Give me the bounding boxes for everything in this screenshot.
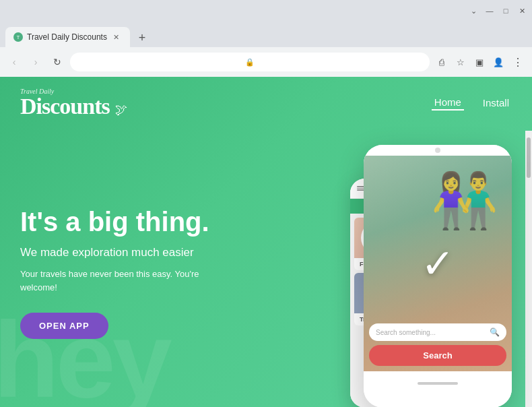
hero-subheading: We made exploration much easier bbox=[20, 246, 256, 259]
title-bar: ⌄ — □ ✕ bbox=[0, 0, 532, 22]
front-camera bbox=[435, 148, 440, 153]
tab-close-btn[interactable]: ✕ bbox=[111, 32, 122, 42]
search-placeholder-text: Search something... bbox=[376, 329, 490, 336]
minimize-btn[interactable]: — bbox=[485, 6, 494, 15]
site-logo: Travel Daily Discounts 🕊 bbox=[20, 88, 127, 118]
search-button[interactable]: Search bbox=[369, 345, 506, 366]
address-input[interactable]: 🔒 bbox=[70, 53, 430, 71]
phone-notch bbox=[364, 145, 512, 156]
hero-heading: It's a big thing. bbox=[20, 207, 256, 237]
share-icon[interactable]: ⎙ bbox=[434, 54, 450, 70]
home-indicator bbox=[418, 382, 458, 385]
phone-search-area: Search something... 🔍 Search bbox=[364, 318, 512, 371]
collapse-btn[interactable]: ⌄ bbox=[469, 6, 478, 15]
browser-window: ⌄ — □ ✕ T Travel Daily Discounts ✕ + ‹ ›… bbox=[0, 0, 532, 77]
refresh-button[interactable]: ↻ bbox=[48, 53, 66, 71]
tab-bar: T Travel Daily Discounts ✕ + bbox=[0, 22, 532, 47]
hero-text-block: It's a big thing. We made exploration mu… bbox=[20, 207, 256, 339]
phone-mockups: ●●● ACTIVE 🍝 Food 🏛 Travel bbox=[256, 138, 512, 407]
website-content: hey Travel Daily Discounts 🕊 Home Instal… bbox=[0, 77, 532, 407]
nav-install-link[interactable]: Install bbox=[480, 96, 512, 110]
browser-menu-button[interactable]: ⋮ bbox=[509, 53, 527, 71]
title-bar-controls: ⌄ — □ ✕ bbox=[469, 6, 527, 15]
tab-favicon: T bbox=[13, 32, 23, 42]
site-navigation: Travel Daily Discounts 🕊 Home Install bbox=[0, 77, 532, 125]
back-button[interactable]: ‹ bbox=[5, 53, 23, 71]
couple-figure-icon: 👫 bbox=[431, 169, 498, 232]
logo-big-text: Discounts bbox=[20, 94, 110, 119]
lock-icon: 🔒 bbox=[245, 58, 255, 67]
address-bar-icons: ⎙ ☆ ▣ 👤 ⋮ bbox=[434, 53, 527, 71]
close-btn[interactable]: ✕ bbox=[517, 6, 527, 15]
nav-home-link[interactable]: Home bbox=[432, 95, 464, 111]
logo-bird-icon: 🕊 bbox=[115, 103, 127, 117]
search-bar: Search something... 🔍 bbox=[369, 323, 506, 341]
bookmark-icon[interactable]: ☆ bbox=[453, 54, 469, 70]
phone-bottom-bar bbox=[364, 371, 512, 398]
address-bar: ‹ › ↻ 🔒 ⎙ ☆ ▣ 👤 ⋮ bbox=[0, 47, 532, 77]
hero-photo: 👫 ✓ Search something... 🔍 Search bbox=[364, 156, 512, 371]
new-tab-button[interactable]: + bbox=[133, 28, 152, 47]
maximize-btn[interactable]: □ bbox=[501, 6, 510, 15]
forward-button[interactable]: › bbox=[27, 53, 44, 71]
tab-label: Travel Daily Discounts bbox=[27, 32, 107, 42]
checkmark-icon: ✓ bbox=[421, 240, 455, 287]
extensions-icon[interactable]: ▣ bbox=[471, 54, 488, 70]
phone-mockup-front: 👫 ✓ Search something... 🔍 Search bbox=[364, 145, 512, 407]
hero-description: Your travels have never been this easy. … bbox=[20, 268, 236, 294]
active-tab[interactable]: T Travel Daily Discounts ✕ bbox=[5, 27, 130, 47]
search-icon: 🔍 bbox=[490, 327, 500, 337]
profile-icon[interactable]: 👤 bbox=[490, 54, 506, 70]
open-app-button[interactable]: OPEN APP bbox=[20, 313, 108, 339]
hero-section: It's a big thing. We made exploration mu… bbox=[0, 125, 532, 407]
logo-small-text: Travel Daily bbox=[20, 88, 127, 95]
phone-front-screen: 👫 ✓ Search something... 🔍 Search bbox=[364, 156, 512, 371]
nav-links: Home Install bbox=[432, 95, 512, 111]
